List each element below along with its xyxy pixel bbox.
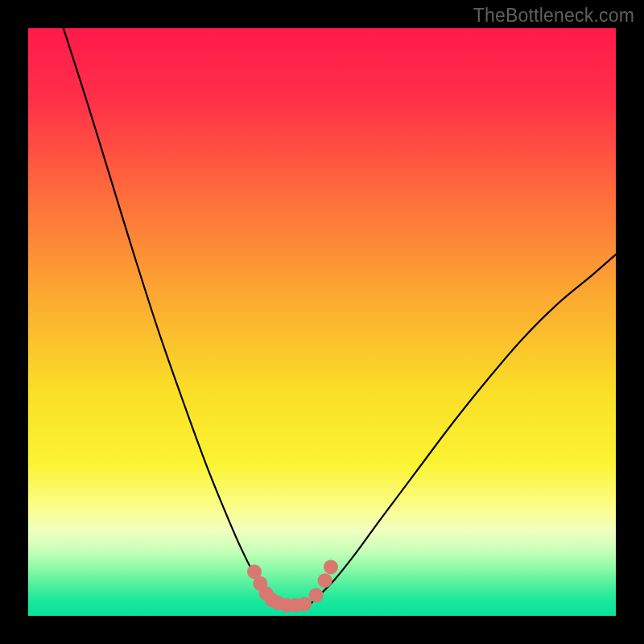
watermark-text: TheBottleneck.com — [473, 5, 634, 27]
marker-dot — [318, 573, 332, 588]
plot-area — [28, 28, 616, 616]
marker-dot — [324, 559, 338, 574]
curve-right — [310, 254, 616, 604]
chart-frame: TheBottleneck.com — [0, 0, 644, 644]
curve-left — [64, 28, 275, 604]
marker-dot — [297, 597, 312, 611]
bottleneck-curve — [28, 28, 616, 616]
marker-dot — [309, 588, 324, 602]
highlight-markers — [247, 559, 338, 612]
